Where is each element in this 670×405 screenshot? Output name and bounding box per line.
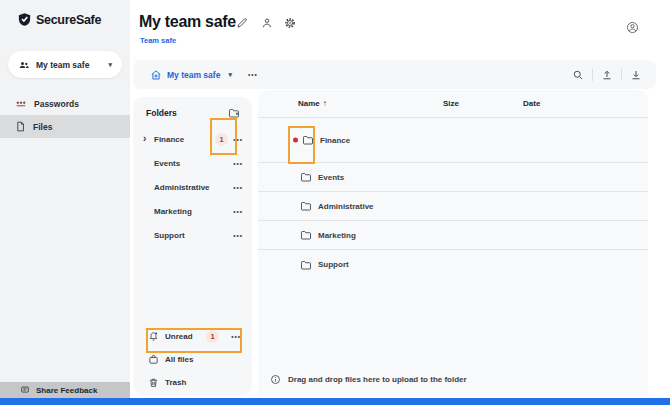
account-circle-icon[interactable] xyxy=(626,21,639,34)
unread-count-badge: 1 xyxy=(206,330,219,343)
sidebar-item-files[interactable]: Files xyxy=(0,115,130,138)
app-logo: SecureSafe xyxy=(17,12,101,27)
column-label: Name xyxy=(298,99,320,108)
sort-ascending-icon: ↑ xyxy=(323,99,327,108)
folder-item-support[interactable]: Support ••• xyxy=(133,223,252,247)
table-row-support[interactable]: Support xyxy=(258,250,648,279)
row-folder-name: Administrative xyxy=(318,202,374,211)
table-row-marketing[interactable]: Marketing xyxy=(258,221,648,250)
share-feedback-label: Share Feedback xyxy=(36,386,97,395)
folder-list: › Finance 1 ••• Events ••• Administrativ… xyxy=(133,127,252,247)
dropzone-hint-text: Drag and drop files here to upload to th… xyxy=(288,375,467,384)
table-header: Name ↑ Size Date xyxy=(258,90,648,118)
folder-more-options-icon[interactable]: ••• xyxy=(233,208,243,215)
shield-check-icon xyxy=(17,12,32,27)
row-folder-name: Support xyxy=(318,260,349,269)
folder-icon xyxy=(302,134,314,146)
unread-count-badge: 1 xyxy=(215,133,228,146)
column-header-date[interactable]: Date xyxy=(523,99,540,108)
safe-home-icon xyxy=(150,69,162,81)
column-header-name[interactable]: Name ↑ xyxy=(258,99,443,108)
edit-safe-icon[interactable] xyxy=(236,17,248,29)
breadcrumb[interactable]: Team safe xyxy=(140,36,176,45)
shortcut-label: All files xyxy=(165,355,193,364)
folder-icon xyxy=(300,259,312,271)
folders-panel: Folders › Finance 1 ••• Events ••• Admin… xyxy=(133,97,252,395)
members-icon[interactable] xyxy=(261,17,273,29)
settings-gear-icon[interactable] xyxy=(284,17,296,29)
files-icon xyxy=(15,121,26,132)
folders-panel-header: Folders xyxy=(133,97,252,119)
search-icon[interactable] xyxy=(572,69,584,81)
shortcut-label: Trash xyxy=(165,378,186,387)
folder-label: Support xyxy=(154,231,185,240)
row-folder-name: Events xyxy=(318,173,344,182)
folder-shortcuts: Unread 1 ••• All files Trash xyxy=(133,325,252,394)
team-icon xyxy=(18,59,30,71)
folder-more-options-icon[interactable]: ••• xyxy=(233,184,243,191)
shortcut-unread[interactable]: Unread 1 ••• xyxy=(133,325,252,348)
folder-more-options-icon[interactable]: ••• xyxy=(233,232,243,239)
folder-label: Finance xyxy=(154,135,184,144)
folder-item-events[interactable]: Events ••• xyxy=(133,151,252,175)
row-name-cell: Support xyxy=(258,259,349,271)
securesafe-app: SecureSafe My team safe ▾ Passwords File… xyxy=(0,0,670,405)
folder-label: Events xyxy=(154,159,180,168)
toolbar-more-options-icon[interactable]: ••• xyxy=(248,71,258,78)
folder-label: Marketing xyxy=(154,207,192,216)
shortcut-trash[interactable]: Trash xyxy=(133,371,252,394)
folder-label: Administrative xyxy=(154,183,210,192)
chevron-down-icon: ▾ xyxy=(108,61,112,69)
table-row-events[interactable]: Events xyxy=(258,163,648,192)
chevron-right-icon[interactable]: › xyxy=(143,133,146,144)
sidebar-item-passwords[interactable]: Passwords xyxy=(0,92,130,115)
info-icon xyxy=(270,374,281,385)
chevron-down-icon: ▾ xyxy=(228,71,232,79)
sidebar-item-label: Files xyxy=(33,122,52,132)
shortcut-all-files[interactable]: All files xyxy=(133,348,252,371)
table-row-finance[interactable]: Finance xyxy=(258,118,648,163)
row-name-cell: Marketing xyxy=(258,229,356,241)
row-folder-name: Finance xyxy=(320,136,350,145)
upload-icon[interactable] xyxy=(601,69,613,81)
folder-icon xyxy=(300,229,312,241)
folder-item-finance[interactable]: › Finance 1 ••• xyxy=(133,127,252,151)
toolbar-divider xyxy=(621,69,622,81)
location-label: My team safe xyxy=(167,70,220,80)
folder-item-marketing[interactable]: Marketing ••• xyxy=(133,199,252,223)
folder-more-options-icon[interactable]: ••• xyxy=(233,160,243,167)
passwords-icon xyxy=(15,98,27,110)
table-row-administrative[interactable]: Administrative xyxy=(258,192,648,221)
row-name-cell: Events xyxy=(258,171,344,183)
unread-dot xyxy=(293,138,298,143)
sidebar: SecureSafe My team safe ▾ Passwords File… xyxy=(0,0,130,405)
download-icon[interactable] xyxy=(630,69,642,81)
folder-item-administrative[interactable]: Administrative ••• xyxy=(133,175,252,199)
add-folder-icon[interactable] xyxy=(228,107,240,119)
row-name-cell: Finance xyxy=(258,134,350,146)
page-title: My team safe xyxy=(139,13,236,31)
file-list-panel: Name ↑ Size Date Finance Events xyxy=(258,90,648,395)
folder-more-options-icon[interactable]: ••• xyxy=(233,136,243,143)
feedback-icon xyxy=(20,385,30,395)
row-folder-name: Marketing xyxy=(318,231,356,240)
toolbar-actions xyxy=(572,69,656,81)
folder-icon xyxy=(300,200,312,212)
toolbar-divider xyxy=(592,69,593,81)
folder-icon xyxy=(300,171,312,183)
share-feedback-button[interactable]: Share Feedback xyxy=(0,382,130,398)
dropzone-hint: Drag and drop files here to upload to th… xyxy=(270,374,467,385)
folders-title: Folders xyxy=(146,108,177,118)
shortcut-more-options-icon[interactable]: ••• xyxy=(231,333,241,340)
location-breadcrumb-button[interactable]: My team safe ▾ xyxy=(133,69,232,81)
row-name-cell: Administrative xyxy=(258,200,374,212)
bell-icon xyxy=(148,331,159,342)
safe-selector-label: My team safe xyxy=(36,60,89,70)
location-toolbar: My team safe ▾ ••• xyxy=(133,60,656,89)
column-header-size[interactable]: Size xyxy=(443,99,523,108)
trash-icon xyxy=(148,377,159,388)
sidebar-nav: Passwords Files xyxy=(0,92,130,138)
bottom-blue-bar xyxy=(0,398,670,405)
safe-selector[interactable]: My team safe ▾ xyxy=(8,51,122,78)
all-files-icon xyxy=(148,354,159,365)
